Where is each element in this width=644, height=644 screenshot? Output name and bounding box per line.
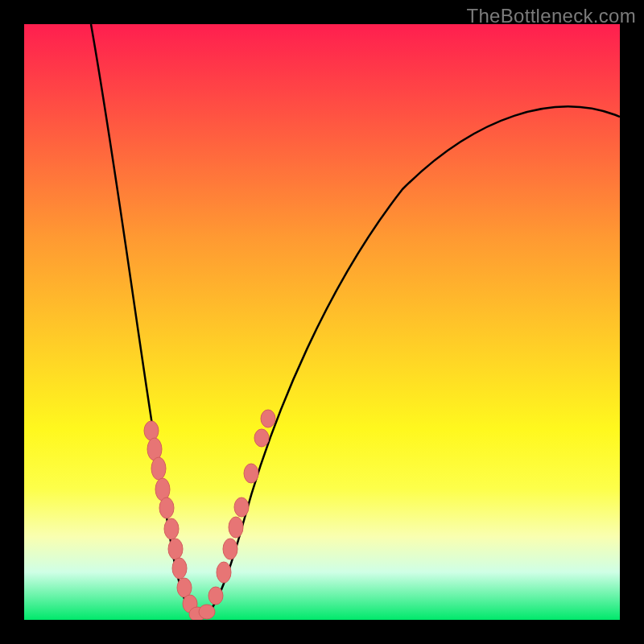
curve-marker: [229, 517, 243, 538]
curve-marker: [172, 558, 187, 579]
curve-marker: [144, 421, 159, 440]
curve-marker: [244, 464, 258, 483]
curve-marker: [223, 539, 237, 559]
curve-marker: [164, 518, 179, 539]
chart-svg: [24, 24, 620, 620]
curve-marker: [177, 578, 192, 597]
curve-marker: [199, 605, 215, 619]
curve-marker: [168, 539, 183, 559]
curve-marker: [261, 410, 275, 427]
curve-marker: [208, 587, 223, 605]
marker-layer: [144, 410, 275, 620]
curve-marker: [217, 562, 231, 583]
watermark-text: TheBottleneck.com: [466, 5, 636, 27]
curve-marker: [159, 497, 174, 518]
curve-marker: [254, 429, 269, 447]
curve-marker: [151, 457, 166, 480]
plot-area: [24, 24, 620, 620]
curve-marker: [234, 497, 249, 517]
